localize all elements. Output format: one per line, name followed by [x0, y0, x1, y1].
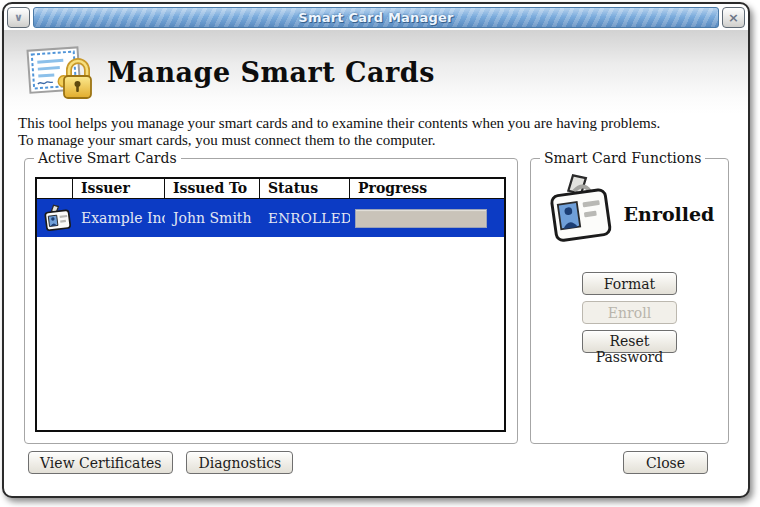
format-button[interactable]: Format	[582, 272, 677, 295]
smart-card-functions-legend: Smart Card Functions	[540, 150, 705, 166]
smart-cards-table: Issuer Issued To Status Progress	[35, 177, 506, 432]
titlebar[interactable]: ∨ Smart Card Manager ×	[7, 7, 745, 29]
row-issuer: Example Inc	[73, 210, 165, 226]
diagnostics-button[interactable]: Diagnostics	[186, 451, 293, 474]
row-issued-to: John Smith	[165, 210, 260, 226]
description-line-1: This tool helps you manage your smart ca…	[18, 115, 660, 132]
description-text: This tool helps you manage your smart ca…	[18, 115, 660, 149]
id-badge-icon	[42, 203, 72, 233]
active-smart-cards-legend: Active Smart Cards	[34, 150, 181, 166]
id-badge-large-icon	[545, 171, 617, 257]
card-state-label: Enrolled	[624, 203, 715, 225]
table-header-row: Issuer Issued To Status Progress	[37, 179, 504, 199]
window-close-button[interactable]: ×	[722, 7, 745, 28]
smart-card-functions-group: Smart Card Functions Enrolled Format Enr…	[530, 158, 729, 444]
row-card-icon-cell	[37, 203, 73, 233]
column-header-status[interactable]: Status	[260, 179, 350, 198]
row-progress-cell	[350, 209, 504, 228]
description-line-2: To manage your smart cards, you must con…	[18, 132, 660, 149]
active-smart-cards-group: Active Smart Cards Issuer Issued To Stat…	[24, 158, 518, 444]
footer-left-buttons: View Certificates Diagnostics	[28, 451, 293, 474]
column-header-progress[interactable]: Progress	[350, 179, 504, 198]
column-header-icon[interactable]	[37, 179, 73, 198]
smart-card-manager-window: ∨ Smart Card Manager ×	[2, 2, 750, 498]
reset-password-button[interactable]: Reset Password	[582, 330, 677, 353]
function-buttons: Format Enroll Reset Password	[531, 272, 728, 353]
column-header-issuer[interactable]: Issuer	[73, 179, 165, 198]
window-shade-button[interactable]: ∨	[7, 7, 30, 28]
certificate-lock-icon	[26, 43, 92, 101]
column-header-issued-to[interactable]: Issued To	[165, 179, 260, 198]
titlebar-drag-area[interactable]: Smart Card Manager	[33, 7, 719, 28]
progress-bar	[355, 209, 487, 228]
view-certificates-button[interactable]: View Certificates	[28, 451, 173, 474]
close-icon: ×	[728, 10, 739, 25]
table-row[interactable]: Example Inc John Smith ENROLLED	[37, 199, 504, 237]
page-title: Manage Smart Cards	[107, 57, 435, 88]
enroll-button[interactable]: Enroll	[582, 301, 677, 324]
row-status: ENROLLED	[260, 210, 350, 226]
page-header: Manage Smart Cards	[4, 30, 748, 114]
close-button[interactable]: Close	[623, 451, 708, 474]
chevron-down-icon: ∨	[14, 11, 23, 24]
card-state-row: Enrolled	[531, 171, 728, 257]
window-title: Smart Card Manager	[298, 10, 453, 25]
